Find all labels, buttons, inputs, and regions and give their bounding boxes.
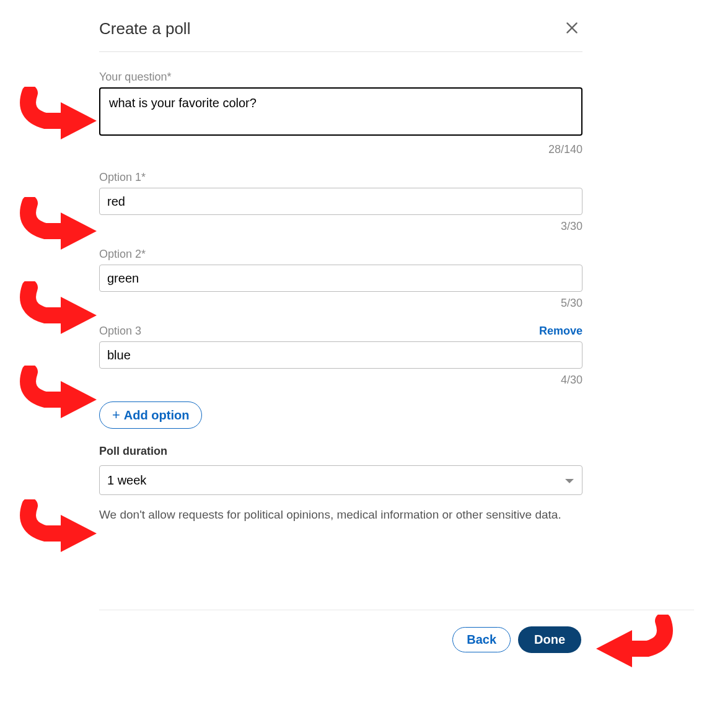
duration-value: 1 week	[107, 473, 146, 488]
create-poll-modal: Create a poll Your question* 28/140 Opti…	[99, 17, 582, 524]
add-option-button[interactable]: + Add option	[99, 401, 202, 429]
question-input[interactable]	[99, 87, 582, 136]
duration-group: Poll duration 1 week	[99, 445, 582, 495]
modal-title: Create a poll	[99, 19, 190, 38]
form-body: Your question* 28/140 Option 1* 3/30 Opt…	[99, 52, 582, 524]
option-1-input[interactable]	[99, 188, 582, 215]
close-button[interactable]	[561, 17, 582, 40]
option-1-counter: 3/30	[99, 220, 582, 233]
option-1-group: Option 1* 3/30	[99, 171, 582, 233]
option-3-input[interactable]	[99, 341, 582, 369]
option-3-counter: 4/30	[99, 374, 582, 387]
modal-header: Create a poll	[99, 17, 582, 52]
remove-option-link[interactable]: Remove	[539, 325, 582, 338]
duration-label: Poll duration	[99, 445, 167, 457]
option-1-label: Option 1*	[99, 171, 146, 184]
disclaimer-text: We don't allow requests for political op…	[99, 506, 582, 524]
option-2-group: Option 2* 5/30	[99, 248, 582, 310]
option-3-label: Option 3	[99, 325, 141, 338]
option-2-input[interactable]	[99, 265, 582, 292]
arrow-annotation-icon	[17, 281, 98, 343]
arrow-annotation-icon	[17, 87, 98, 149]
option-3-group: Option 3 Remove 4/30	[99, 325, 582, 387]
back-button[interactable]: Back	[452, 627, 511, 652]
option-2-label: Option 2*	[99, 248, 146, 261]
done-button[interactable]: Done	[518, 626, 581, 653]
question-counter: 28/140	[99, 143, 582, 156]
arrow-annotation-icon	[17, 499, 98, 561]
plus-icon: +	[112, 407, 120, 423]
duration-select[interactable]: 1 week	[99, 465, 582, 495]
arrow-annotation-icon	[17, 366, 98, 428]
question-label: Your question*	[99, 71, 171, 84]
add-option-label: Add option	[124, 408, 190, 423]
option-2-counter: 5/30	[99, 297, 582, 310]
close-icon	[564, 20, 580, 36]
caret-down-icon	[565, 473, 574, 488]
question-group: Your question* 28/140	[99, 71, 582, 156]
arrow-annotation-icon	[17, 197, 98, 259]
modal-footer: Back Done	[99, 610, 694, 653]
